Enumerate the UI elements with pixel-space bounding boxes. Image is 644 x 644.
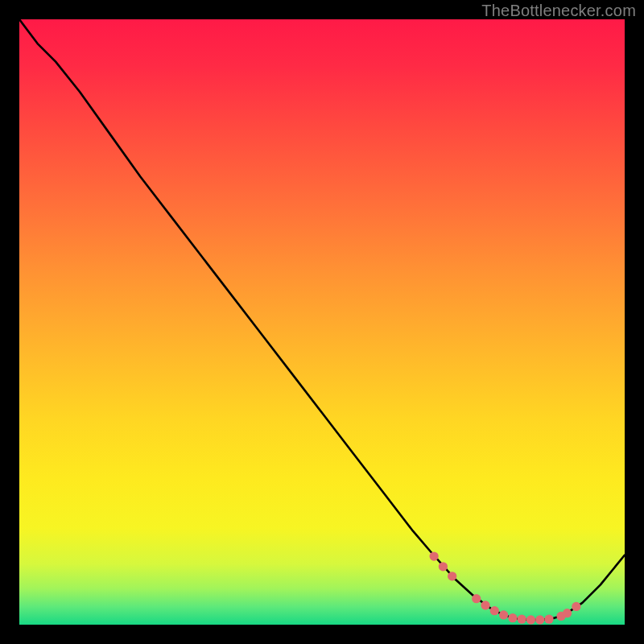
marker-point: [508, 613, 517, 622]
marker-point: [526, 615, 535, 624]
marker-point: [472, 594, 481, 603]
marker-point: [535, 615, 544, 624]
marker-point: [490, 606, 499, 615]
marker-point: [499, 610, 508, 619]
marker-point: [439, 562, 448, 571]
marker-point: [518, 615, 526, 624]
marker-point: [429, 551, 438, 560]
marker-point: [448, 572, 456, 580]
marker-point: [572, 602, 580, 611]
marker-point: [481, 601, 489, 609]
chart-stage: TheBottlenecker.com: [0, 0, 644, 644]
gradient-background: [19, 19, 625, 625]
bottleneck-chart: [19, 19, 625, 625]
attribution-text: TheBottlenecker.com: [481, 2, 636, 20]
marker-point: [544, 615, 553, 624]
marker-point: [563, 609, 572, 617]
